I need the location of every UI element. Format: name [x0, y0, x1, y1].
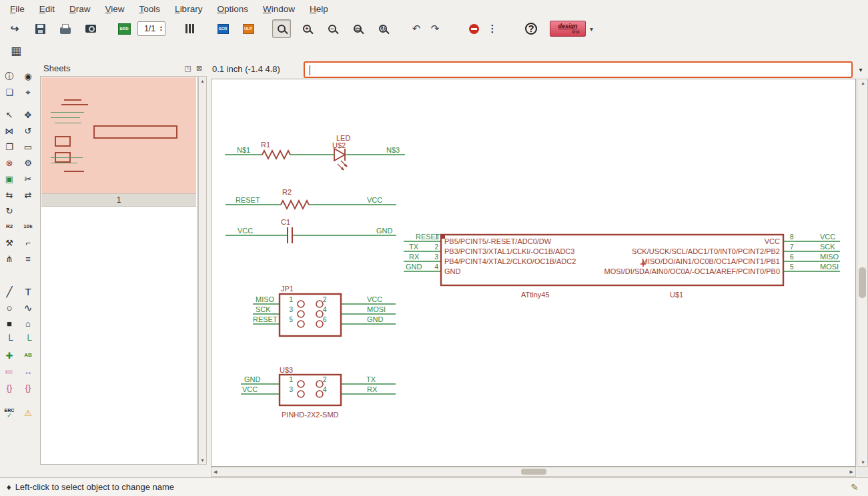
part-ref-label[interactable]: R2	[282, 188, 292, 196]
net-label[interactable]: MISO	[256, 295, 275, 303]
menu-edit[interactable]: Edit	[32, 2, 62, 16]
grid-button[interactable]: ▦	[8, 43, 24, 59]
name-tool[interactable]: R2	[0, 219, 19, 235]
undo-button[interactable]: ↶	[407, 19, 426, 38]
part-value-label[interactable]: ATtiny45	[521, 291, 550, 299]
jp1-pad[interactable]	[316, 321, 323, 327]
u3-pad[interactable]	[298, 381, 304, 387]
dimension-tool[interactable]: ↔	[19, 363, 37, 379]
part-ref-label[interactable]: JP1	[281, 285, 294, 293]
value-tool[interactable]: 10k	[19, 219, 37, 235]
resistor-r1[interactable]	[262, 151, 290, 159]
net-label[interactable]: RX	[409, 253, 420, 261]
save-button[interactable]	[31, 19, 49, 38]
jp1-pad[interactable]	[316, 311, 323, 317]
zoom-select-button[interactable]	[272, 19, 291, 38]
part-ref-label[interactable]: U$3	[280, 366, 293, 374]
smash-tool[interactable]: ⚒	[0, 235, 19, 251]
canvas-vertical-scrollbar[interactable]: ▲ ▼	[857, 79, 868, 467]
component-symbols[interactable]	[262, 149, 783, 405]
board-switch-button[interactable]: BRD	[115, 19, 133, 38]
change-tool[interactable]: ⚙	[19, 155, 37, 171]
part-package-label[interactable]: PINHD-2X2-SMD	[282, 411, 339, 419]
scroll-down-icon[interactable]: ▼	[199, 456, 206, 464]
part-ref-label[interactable]: U$1	[670, 291, 683, 299]
help-button[interactable]: ?	[522, 19, 540, 38]
scroll-down-icon[interactable]: ▼	[861, 460, 865, 465]
junction-tool[interactable]: ✚	[0, 347, 19, 363]
jp1-pad[interactable]	[298, 321, 304, 327]
polygon-tool[interactable]: ⌂	[19, 315, 37, 331]
errors-tool[interactable]: ⚠	[19, 405, 37, 421]
net-label[interactable]: RESET	[253, 315, 278, 323]
erc-tool[interactable]: ERC ✓	[0, 405, 19, 421]
library-button[interactable]	[180, 19, 199, 38]
cut-tool[interactable]: ✂	[19, 171, 37, 187]
pinswap-tool[interactable]: ⇄	[19, 187, 37, 203]
status-edit-icon[interactable]: ✎	[851, 482, 859, 493]
horizontal-scroll-thumb[interactable]	[521, 469, 546, 475]
net-label[interactable]: MISO	[820, 253, 839, 261]
net-label[interactable]: GND	[376, 227, 393, 235]
circle-tool[interactable]: ○	[0, 299, 19, 315]
sheet-number-label[interactable]: 1	[41, 193, 196, 207]
net-tool[interactable]: └	[19, 331, 37, 347]
part-ref-label[interactable]: C1	[281, 218, 290, 226]
rotate-tool[interactable]: ↺	[19, 123, 37, 139]
led-triangle[interactable]	[334, 149, 345, 161]
vertical-scroll-thumb[interactable]	[859, 267, 866, 298]
options-dots-button[interactable]: ⋮	[483, 19, 502, 38]
select-tool[interactable]: ↖	[0, 107, 19, 123]
menu-window[interactable]: Window	[256, 2, 302, 16]
display-layers-tool[interactable]: ❏	[0, 84, 19, 100]
net-label[interactable]: MOSI	[367, 305, 386, 313]
sheet-spinner-arrows[interactable]: ▲▼	[159, 25, 163, 32]
jp1-pad[interactable]	[298, 311, 304, 317]
design-link-button[interactable]: design link	[550, 21, 586, 37]
menu-draw[interactable]: Draw	[62, 2, 98, 16]
command-input[interactable]	[308, 63, 849, 76]
net-label[interactable]: TX	[366, 375, 376, 383]
menu-library[interactable]: Library	[167, 2, 209, 16]
label-tool[interactable]: AB	[19, 347, 37, 363]
copy-tool[interactable]: ❐	[0, 139, 19, 155]
script-button[interactable]: SCR	[213, 19, 232, 38]
net-label[interactable]: GND	[244, 375, 261, 383]
panel-close-icon[interactable]: ⊠	[194, 63, 204, 73]
zoom-fit-button[interactable]: ▭	[348, 19, 367, 38]
cam-button[interactable]	[81, 19, 100, 38]
sheet-thumbnail[interactable]	[41, 77, 196, 193]
net-label[interactable]: VCC	[367, 295, 382, 303]
rect-tool[interactable]: ■	[0, 315, 19, 331]
zoom-in-button[interactable]: +	[298, 19, 316, 38]
gateswap-tool[interactable]: ⇆	[0, 187, 19, 203]
canvas-horizontal-scrollbar[interactable]: ◀ ▶	[211, 467, 856, 477]
zoom-redraw-button[interactable]: ↻	[374, 19, 392, 38]
info-tool[interactable]: ⓘ	[0, 68, 19, 84]
sheets-scrollbar[interactable]: ▲ ▼	[198, 76, 207, 465]
paste-tool[interactable]: ▣	[0, 171, 19, 187]
net-label[interactable]: VCC	[367, 196, 382, 204]
braces-tool-b[interactable]: {}	[19, 379, 37, 395]
net-label[interactable]: VCC	[238, 227, 253, 235]
delete-tool[interactable]: ⊗	[0, 155, 19, 171]
mark-tool[interactable]: ⌖	[19, 84, 37, 100]
net-label[interactable]: GND	[367, 315, 384, 323]
net-label[interactable]: TX	[409, 243, 419, 251]
redo-button[interactable]: ↷	[426, 19, 444, 38]
net-label[interactable]: SCK	[256, 305, 271, 313]
u3-pad[interactable]	[298, 391, 304, 397]
invoke-tool[interactable]: ≡	[19, 251, 37, 267]
u3-pad[interactable]	[316, 391, 323, 397]
scroll-up-icon[interactable]: ▲	[199, 77, 206, 85]
design-link-dropdown-icon[interactable]: ▾	[590, 25, 593, 33]
print-button[interactable]	[56, 19, 75, 38]
net-label[interactable]: N$3	[386, 146, 400, 154]
net-label[interactable]: N$1	[237, 146, 250, 154]
replace-tool[interactable]: ↻	[0, 203, 19, 219]
bus-tool[interactable]: └	[0, 331, 19, 347]
attribute-tool[interactable]: ≔	[0, 363, 19, 379]
menu-view[interactable]: View	[98, 2, 132, 16]
show-tool[interactable]: ◉	[19, 68, 37, 84]
net-label[interactable]: RESET	[236, 196, 260, 204]
